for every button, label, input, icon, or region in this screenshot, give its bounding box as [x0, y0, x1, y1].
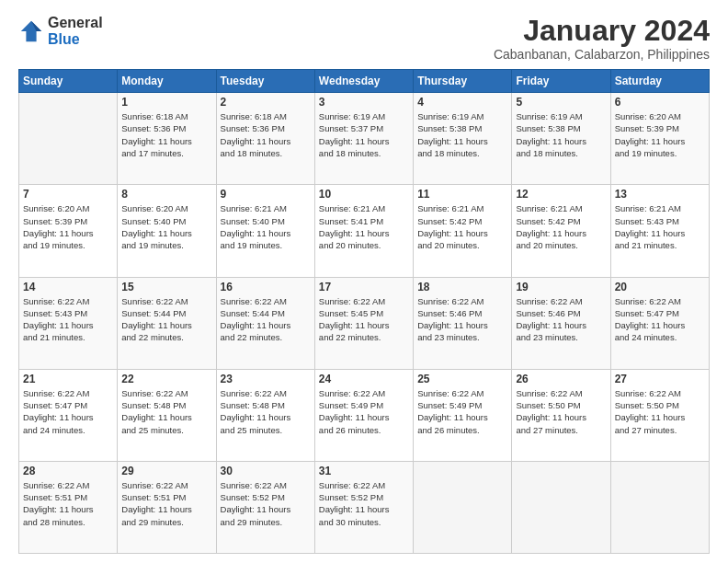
table-row: 2Sunrise: 6:18 AM Sunset: 5:36 PM Daylig…: [216, 93, 314, 185]
table-row: 5Sunrise: 6:19 AM Sunset: 5:38 PM Daylig…: [512, 93, 610, 185]
logo-general-text: General: [48, 15, 103, 31]
day-info: Sunrise: 6:22 AM Sunset: 5:48 PM Dayligh…: [121, 387, 211, 436]
day-number: 16: [221, 281, 311, 293]
day-number: 12: [516, 188, 606, 201]
calendar-subtitle: Cabanbanan, Calabarzon, Philippines: [494, 47, 710, 62]
table-row: [610, 461, 709, 553]
page: General Blue January 2024 Cabanbanan, Ca…: [0, 0, 728, 563]
day-number: 21: [23, 373, 113, 385]
table-row: 21Sunrise: 6:22 AM Sunset: 5:47 PM Dayli…: [19, 369, 118, 461]
day-number: 24: [319, 373, 409, 385]
day-info: Sunrise: 6:22 AM Sunset: 5:49 PM Dayligh…: [319, 387, 409, 436]
day-info: Sunrise: 6:22 AM Sunset: 5:46 PM Dayligh…: [516, 295, 606, 344]
table-row: 29Sunrise: 6:22 AM Sunset: 5:51 PM Dayli…: [118, 461, 216, 553]
day-number: 13: [615, 188, 705, 201]
day-number: 2: [221, 96, 311, 109]
table-row: 25Sunrise: 6:22 AM Sunset: 5:49 PM Dayli…: [414, 369, 512, 461]
day-info: Sunrise: 6:22 AM Sunset: 5:44 PM Dayligh…: [221, 295, 311, 344]
table-row: 3Sunrise: 6:19 AM Sunset: 5:37 PM Daylig…: [314, 93, 413, 185]
day-number: 22: [121, 373, 211, 385]
day-number: 14: [23, 281, 113, 293]
day-info: Sunrise: 6:21 AM Sunset: 5:40 PM Dayligh…: [221, 202, 311, 251]
day-info: Sunrise: 6:18 AM Sunset: 5:36 PM Dayligh…: [121, 110, 211, 159]
table-row: 26Sunrise: 6:22 AM Sunset: 5:50 PM Dayli…: [512, 369, 610, 461]
table-row: 15Sunrise: 6:22 AM Sunset: 5:44 PM Dayli…: [118, 277, 216, 369]
table-row: 30Sunrise: 6:22 AM Sunset: 5:52 PM Dayli…: [216, 461, 314, 553]
day-info: Sunrise: 6:20 AM Sunset: 5:39 PM Dayligh…: [23, 202, 113, 251]
day-info: Sunrise: 6:22 AM Sunset: 5:44 PM Dayligh…: [121, 295, 211, 344]
table-row: [19, 93, 118, 185]
week-row-3: 14Sunrise: 6:22 AM Sunset: 5:43 PM Dayli…: [19, 277, 710, 369]
day-info: Sunrise: 6:20 AM Sunset: 5:39 PM Dayligh…: [615, 110, 705, 159]
day-info: Sunrise: 6:21 AM Sunset: 5:42 PM Dayligh…: [417, 202, 507, 251]
day-info: Sunrise: 6:22 AM Sunset: 5:47 PM Dayligh…: [23, 387, 113, 436]
day-info: Sunrise: 6:22 AM Sunset: 5:51 PM Dayligh…: [23, 479, 113, 528]
day-number: 10: [319, 188, 409, 201]
header-monday: Monday: [118, 70, 216, 93]
logo-icon: [18, 18, 44, 44]
logo-blue-text: Blue: [48, 31, 103, 48]
day-number: 3: [319, 96, 409, 109]
header-friday: Friday: [512, 70, 610, 93]
logo-text: General Blue: [48, 15, 103, 47]
day-info: Sunrise: 6:22 AM Sunset: 5:52 PM Dayligh…: [221, 479, 311, 528]
header-tuesday: Tuesday: [216, 70, 314, 93]
day-info: Sunrise: 6:21 AM Sunset: 5:41 PM Dayligh…: [319, 202, 409, 251]
header: General Blue January 2024 Cabanbanan, Ca…: [18, 15, 710, 62]
table-row: 16Sunrise: 6:22 AM Sunset: 5:44 PM Dayli…: [216, 277, 314, 369]
day-number: 5: [516, 96, 606, 109]
day-number: 15: [121, 281, 211, 293]
day-number: 17: [319, 281, 409, 293]
day-number: 1: [121, 96, 211, 109]
day-number: 19: [516, 281, 606, 293]
table-row: 7Sunrise: 6:20 AM Sunset: 5:39 PM Daylig…: [19, 185, 118, 277]
day-info: Sunrise: 6:21 AM Sunset: 5:43 PM Dayligh…: [615, 202, 705, 251]
title-block: January 2024 Cabanbanan, Calabarzon, Phi…: [494, 15, 710, 62]
table-row: 19Sunrise: 6:22 AM Sunset: 5:46 PM Dayli…: [512, 277, 610, 369]
day-info: Sunrise: 6:21 AM Sunset: 5:42 PM Dayligh…: [516, 202, 606, 251]
day-info: Sunrise: 6:22 AM Sunset: 5:45 PM Dayligh…: [319, 295, 409, 344]
day-number: 18: [417, 281, 507, 293]
week-row-2: 7Sunrise: 6:20 AM Sunset: 5:39 PM Daylig…: [19, 185, 710, 277]
week-row-1: 1Sunrise: 6:18 AM Sunset: 5:36 PM Daylig…: [19, 93, 710, 185]
table-row: 13Sunrise: 6:21 AM Sunset: 5:43 PM Dayli…: [610, 185, 709, 277]
table-row: 31Sunrise: 6:22 AM Sunset: 5:52 PM Dayli…: [314, 461, 413, 553]
day-info: Sunrise: 6:22 AM Sunset: 5:47 PM Dayligh…: [615, 295, 705, 344]
day-info: Sunrise: 6:19 AM Sunset: 5:37 PM Dayligh…: [319, 110, 409, 159]
day-info: Sunrise: 6:22 AM Sunset: 5:50 PM Dayligh…: [516, 387, 606, 436]
day-info: Sunrise: 6:22 AM Sunset: 5:50 PM Dayligh…: [615, 387, 705, 436]
day-info: Sunrise: 6:19 AM Sunset: 5:38 PM Dayligh…: [516, 110, 606, 159]
day-number: 20: [615, 281, 705, 293]
header-sunday: Sunday: [19, 70, 118, 93]
table-row: 17Sunrise: 6:22 AM Sunset: 5:45 PM Dayli…: [314, 277, 413, 369]
table-row: 18Sunrise: 6:22 AM Sunset: 5:46 PM Dayli…: [414, 277, 512, 369]
calendar-title: January 2024: [494, 15, 710, 47]
day-number: 8: [121, 188, 211, 201]
day-info: Sunrise: 6:22 AM Sunset: 5:51 PM Dayligh…: [121, 479, 211, 528]
header-wednesday: Wednesday: [314, 70, 413, 93]
calendar-table: Sunday Monday Tuesday Wednesday Thursday…: [18, 69, 710, 554]
day-info: Sunrise: 6:22 AM Sunset: 5:49 PM Dayligh…: [417, 387, 507, 436]
day-info: Sunrise: 6:22 AM Sunset: 5:52 PM Dayligh…: [319, 479, 409, 528]
day-number: 6: [615, 96, 705, 109]
day-number: 27: [615, 373, 705, 385]
table-row: 27Sunrise: 6:22 AM Sunset: 5:50 PM Dayli…: [610, 369, 709, 461]
day-number: 7: [23, 188, 113, 201]
day-number: 9: [221, 188, 311, 201]
table-row: 11Sunrise: 6:21 AM Sunset: 5:42 PM Dayli…: [414, 185, 512, 277]
day-number: 11: [417, 188, 507, 201]
day-info: Sunrise: 6:22 AM Sunset: 5:46 PM Dayligh…: [417, 295, 507, 344]
header-thursday: Thursday: [414, 70, 512, 93]
week-row-5: 28Sunrise: 6:22 AM Sunset: 5:51 PM Dayli…: [19, 461, 710, 553]
table-row: 8Sunrise: 6:20 AM Sunset: 5:40 PM Daylig…: [118, 185, 216, 277]
table-row: 22Sunrise: 6:22 AM Sunset: 5:48 PM Dayli…: [118, 369, 216, 461]
day-number: 28: [23, 465, 113, 477]
day-info: Sunrise: 6:22 AM Sunset: 5:43 PM Dayligh…: [23, 295, 113, 344]
table-row: 23Sunrise: 6:22 AM Sunset: 5:48 PM Dayli…: [216, 369, 314, 461]
day-number: 23: [221, 373, 311, 385]
day-number: 29: [121, 465, 211, 477]
weekday-header-row: Sunday Monday Tuesday Wednesday Thursday…: [19, 70, 710, 93]
day-number: 31: [319, 465, 409, 477]
table-row: 14Sunrise: 6:22 AM Sunset: 5:43 PM Dayli…: [19, 277, 118, 369]
day-number: 4: [417, 96, 507, 109]
